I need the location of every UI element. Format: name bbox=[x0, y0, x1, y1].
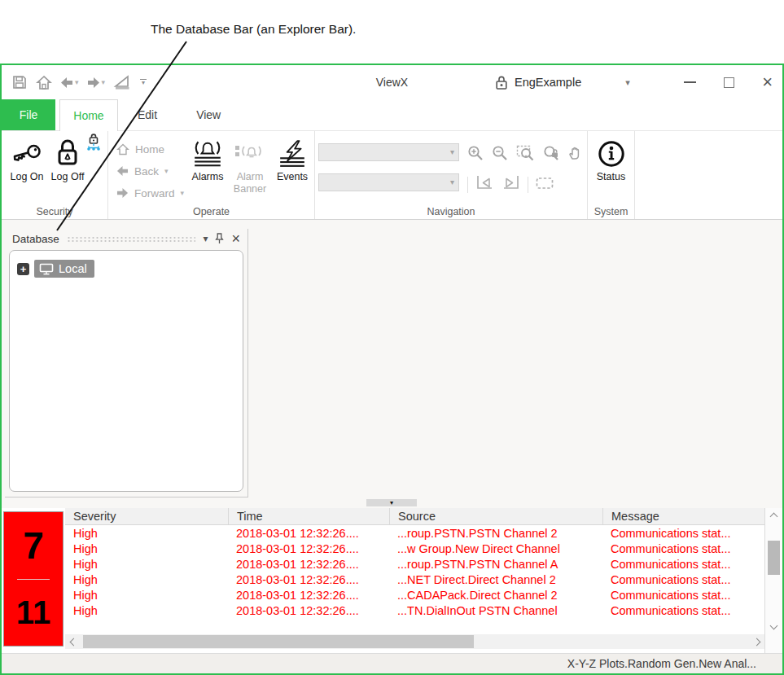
tree-expand-button[interactable]: + bbox=[17, 263, 29, 275]
horizontal-scrollbar[interactable] bbox=[65, 634, 764, 649]
column-header-source[interactable]: Source bbox=[389, 508, 602, 524]
column-header-message[interactable]: Message bbox=[602, 508, 764, 524]
alarm-row[interactable]: High 2018-03-01 12:32:26.... ...TN.DialI… bbox=[65, 603, 764, 618]
operate-back-label: Back bbox=[134, 165, 159, 178]
horizontal-scroll-thumb[interactable] bbox=[83, 635, 474, 648]
scroll-left-icon[interactable] bbox=[65, 634, 81, 649]
cell-message: Communications stat... bbox=[602, 542, 764, 555]
local-node-label: Local bbox=[59, 262, 87, 275]
home-icon bbox=[36, 75, 52, 90]
document-dropdown-arrow[interactable]: ▾ bbox=[625, 77, 630, 88]
previous-view-button[interactable] bbox=[475, 175, 494, 195]
events-label: Events bbox=[277, 171, 308, 183]
pan-button[interactable] bbox=[567, 145, 584, 164]
system-group-label: System bbox=[588, 206, 634, 217]
alarm-row[interactable]: High 2018-03-01 12:32:26.... ...w Group.… bbox=[65, 541, 764, 556]
alarms-icon bbox=[192, 140, 223, 168]
tab-edit[interactable]: Edit bbox=[118, 99, 177, 130]
operate-forward-button[interactable]: Forward ▾ bbox=[116, 183, 189, 203]
navigation-combo-1[interactable]: ▾ bbox=[318, 143, 459, 161]
house-icon bbox=[116, 143, 129, 156]
forward-menu-arrow[interactable]: ▾ bbox=[181, 189, 185, 197]
alarm-row[interactable]: High 2018-03-01 12:32:26.... ...roup.PST… bbox=[65, 556, 764, 572]
alarm-banner-button[interactable]: Alarm Banner bbox=[229, 134, 271, 204]
zoom-in-button[interactable] bbox=[467, 145, 484, 164]
cell-time: 2018-03-01 12:32:26.... bbox=[228, 573, 389, 586]
customize-qat-button[interactable]: ▾ bbox=[140, 79, 147, 85]
local-node[interactable]: Local bbox=[34, 260, 94, 278]
status-button[interactable]: Status bbox=[593, 134, 630, 204]
back-button[interactable]: ▾ bbox=[60, 77, 79, 89]
operate-back-button[interactable]: Back ▾ bbox=[116, 161, 189, 181]
cell-severity: High bbox=[65, 558, 228, 571]
save-button[interactable] bbox=[11, 74, 28, 90]
operate-home-button[interactable]: Home bbox=[116, 139, 189, 159]
previous-view-icon bbox=[475, 175, 494, 191]
alarm-count-top: 7 bbox=[23, 512, 44, 579]
log-on-button[interactable]: Log On bbox=[8, 134, 46, 183]
navigation-group-label: Navigation bbox=[315, 206, 587, 217]
alarm-row[interactable]: High 2018-03-01 12:32:26.... ...roup.PST… bbox=[65, 525, 764, 541]
scroll-down-icon[interactable] bbox=[770, 622, 778, 630]
alarm-row[interactable]: High 2018-03-01 12:32:26.... ...NET Dire… bbox=[65, 572, 764, 587]
document-selector[interactable]: EngExample ▾ bbox=[495, 65, 630, 99]
minimize-icon[interactable] bbox=[684, 81, 696, 83]
navigation-combo-2[interactable]: ▾ bbox=[318, 173, 459, 191]
ribbon-tabstrip: File Home Edit View bbox=[2, 99, 782, 130]
zoom-area-icon bbox=[536, 176, 554, 191]
panel-drag-handle[interactable] bbox=[67, 236, 196, 243]
cell-source: ...NET Direct.Direct Channel 2 bbox=[389, 573, 602, 586]
zoom-lock-button[interactable] bbox=[542, 145, 560, 164]
alarm-row[interactable]: High 2018-03-01 12:32:26.... ...CADAPack… bbox=[65, 587, 764, 603]
ribbon-group-navigation: ▾ ▾ bbox=[315, 131, 588, 219]
network-lock-icon bbox=[85, 134, 102, 151]
security-policy-button[interactable] bbox=[85, 134, 102, 155]
cell-severity: High bbox=[65, 573, 228, 586]
horizontal-scroll-track[interactable] bbox=[81, 634, 748, 649]
forward-dropdown-arrow[interactable]: ▾ bbox=[102, 78, 106, 86]
cell-message: Communications stat... bbox=[602, 604, 764, 617]
database-panel-header[interactable]: Database ▾ × bbox=[5, 229, 247, 248]
vertical-scroll-thumb[interactable] bbox=[768, 541, 780, 575]
zoom-area-button[interactable] bbox=[536, 176, 554, 194]
vertical-scrollbar[interactable] bbox=[764, 508, 782, 653]
scroll-right-icon[interactable] bbox=[748, 634, 764, 649]
window-controls: × bbox=[684, 65, 773, 99]
log-on-label: Log On bbox=[10, 171, 43, 183]
quick-access-toolbar: ▾ ▾ ▾ bbox=[2, 74, 147, 90]
back-dropdown-arrow[interactable]: ▾ bbox=[75, 78, 79, 86]
panel-pin-button[interactable] bbox=[215, 233, 224, 244]
design-mode-button[interactable] bbox=[113, 75, 132, 90]
column-header-time[interactable]: Time bbox=[228, 508, 389, 524]
pane-splitter-handle[interactable]: ▾ bbox=[366, 499, 417, 506]
tab-file[interactable]: File bbox=[2, 99, 55, 130]
zoom-out-button[interactable] bbox=[492, 145, 509, 164]
close-icon[interactable]: × bbox=[762, 73, 773, 91]
forward-button[interactable]: ▾ bbox=[87, 77, 106, 89]
tree-item-local[interactable]: + Local bbox=[17, 260, 235, 278]
cell-time: 2018-03-01 12:32:26.... bbox=[228, 604, 389, 617]
combo-1-arrow-icon: ▾ bbox=[450, 147, 454, 156]
back-menu-arrow[interactable]: ▾ bbox=[164, 167, 169, 175]
tab-home[interactable]: Home bbox=[59, 99, 118, 131]
tab-view[interactable]: View bbox=[177, 99, 240, 130]
cell-source: ...CADAPack.Direct Channel 2 bbox=[389, 589, 602, 602]
viewx-window: ▾ ▾ ▾ ViewX EngExample ▾ × bbox=[0, 64, 784, 675]
panel-close-button[interactable]: × bbox=[231, 231, 240, 246]
cell-time: 2018-03-01 12:32:26.... bbox=[228, 558, 389, 571]
customize-icon-arrow: ▾ bbox=[142, 81, 145, 85]
alarm-count-box[interactable]: 7 11 bbox=[3, 511, 64, 647]
alarms-button[interactable]: Alarms bbox=[189, 134, 226, 204]
events-button[interactable]: Events bbox=[274, 134, 311, 204]
panel-menu-button[interactable]: ▾ bbox=[203, 233, 208, 244]
key-icon bbox=[11, 142, 42, 166]
column-header-severity[interactable]: Severity bbox=[65, 508, 228, 524]
log-off-button[interactable]: Log Off bbox=[49, 134, 86, 183]
maximize-icon[interactable] bbox=[724, 77, 734, 88]
titlebar: ▾ ▾ ▾ ViewX EngExample ▾ × bbox=[2, 65, 782, 99]
vertical-scroll-track[interactable] bbox=[765, 519, 782, 623]
zoom-original-button[interactable] bbox=[516, 145, 535, 164]
operate-home-label: Home bbox=[135, 143, 164, 156]
next-view-button[interactable] bbox=[501, 175, 520, 195]
home-button[interactable] bbox=[36, 75, 52, 90]
